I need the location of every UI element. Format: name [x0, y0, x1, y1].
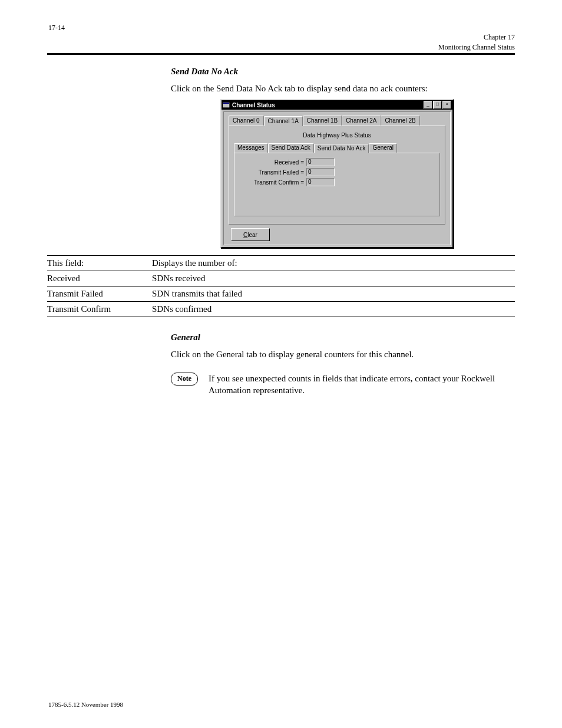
- window-channel-status: Channel Status _ □ × Channel 0 Channel 1…: [220, 99, 454, 248]
- channel-tab-body: Data Highway Plus Status Messages Send D…: [229, 126, 445, 225]
- td-desc: SDNs confirmed: [152, 302, 515, 317]
- label-received: Received =: [239, 159, 306, 166]
- channel-tabs: Channel 0 Channel 1A Channel 1B Channel …: [229, 116, 449, 126]
- td-field: Received: [47, 271, 152, 286]
- tab-channel-1b[interactable]: Channel 1B: [303, 116, 342, 126]
- field-row-received: Received = 0: [239, 158, 435, 166]
- sub-tab-send-data-ack[interactable]: Send Data Ack: [268, 143, 314, 153]
- note-text: If you see unexpected counts in fields t…: [209, 373, 515, 397]
- minimize-button[interactable]: _: [424, 101, 432, 109]
- tab-channel-2b[interactable]: Channel 2B: [381, 116, 419, 126]
- status-title: Data Highway Plus Status: [234, 132, 440, 139]
- chapter-label: Chapter 17: [47, 33, 515, 42]
- value-transmit-confirm: 0: [306, 178, 335, 186]
- sdna-table: This field: Displays the number of: Rece…: [47, 255, 515, 317]
- publication-number: 1785-6.5.12 November 1998: [48, 701, 123, 708]
- svg-rect-1: [223, 103, 229, 104]
- table-row: Received SDNs received: [47, 271, 515, 286]
- section-heading-sdna: Send Data No Ack: [171, 67, 515, 77]
- label-transmit-failed: Transmit Failed =: [239, 169, 306, 176]
- note-badge: Note: [171, 373, 198, 386]
- label-transmit-confirm: Transmit Confirm =: [239, 179, 306, 186]
- field-row-transmit-failed: Transmit Failed = 0: [239, 168, 435, 176]
- td-desc: SDNs received: [152, 271, 515, 286]
- chapter-title: Monitoring Channel Status: [47, 43, 515, 52]
- titlebar: Channel Status _ □ ×: [222, 100, 452, 110]
- td-field: Transmit Failed: [47, 286, 152, 301]
- tab-channel-2a[interactable]: Channel 2A: [342, 116, 381, 126]
- clear-button[interactable]: Clear: [231, 228, 270, 241]
- close-button[interactable]: ×: [442, 101, 451, 109]
- section-intro-general: Click on the General tab to display gene…: [171, 348, 515, 360]
- window-icon: [223, 101, 230, 108]
- table-header-row: This field: Displays the number of:: [47, 255, 515, 271]
- field-row-transmit-confirm: Transmit Confirm = 0: [239, 178, 435, 186]
- sub-tab-body: Received = 0 Transmit Failed = 0 Transmi…: [234, 153, 440, 216]
- th-desc: Displays the number of:: [152, 256, 515, 271]
- table-row: Transmit Confirm SDNs confirmed: [47, 302, 515, 317]
- page-header: Chapter 17 Monitoring Channel Status: [47, 33, 515, 55]
- sub-tab-messages[interactable]: Messages: [234, 143, 268, 153]
- td-desc: SDN transmits that failed: [152, 286, 515, 301]
- value-received: 0: [306, 158, 335, 166]
- sub-tab-general[interactable]: General: [369, 143, 397, 153]
- value-transmit-failed: 0: [306, 168, 335, 176]
- window-buttons: _ □ ×: [424, 101, 451, 109]
- maximize-button[interactable]: □: [433, 101, 442, 109]
- window-body: Channel 0 Channel 1A Channel 1B Channel …: [223, 111, 451, 245]
- page-number: 17-14: [48, 24, 65, 32]
- sub-tabs: Messages Send Data Ack Send Data No Ack …: [234, 143, 440, 153]
- clear-mnemonic: C: [243, 232, 247, 238]
- th-field: This field:: [47, 256, 152, 271]
- td-field: Transmit Confirm: [47, 302, 152, 317]
- tab-channel-0[interactable]: Channel 0: [229, 116, 264, 126]
- window-title: Channel Status: [232, 102, 424, 108]
- section-intro-sdna: Click on the Send Data No Ack tab to dis…: [171, 83, 515, 94]
- table-row: Transmit Failed SDN transmits that faile…: [47, 286, 515, 302]
- channel-status-screenshot: Channel Status _ □ × Channel 0 Channel 1…: [220, 99, 515, 248]
- tab-channel-1a[interactable]: Channel 1A: [264, 116, 303, 126]
- sub-tab-send-data-no-ack[interactable]: Send Data No Ack: [314, 144, 369, 153]
- note-block: Note If you see unexpected counts in fie…: [171, 373, 515, 397]
- page: 17-14 Chapter 17 Monitoring Channel Stat…: [0, 0, 562, 728]
- section-heading-general: General: [171, 332, 515, 342]
- clear-rest: lear: [247, 232, 257, 238]
